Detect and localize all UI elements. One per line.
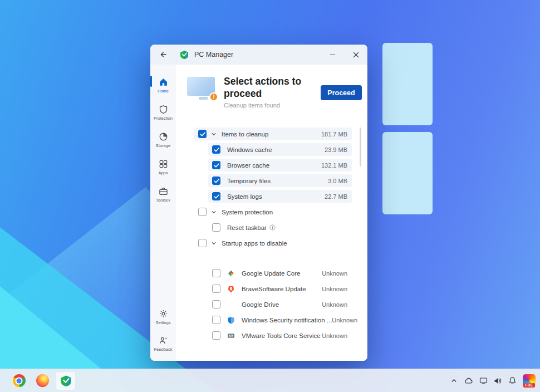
sidebar-item-label: Protection [154, 116, 173, 121]
sidebar-item-protection[interactable]: Protection [150, 100, 176, 125]
row-label: Google Drive [242, 301, 279, 308]
pc-manager-icon [60, 374, 72, 387]
info-icon[interactable] [269, 224, 276, 231]
free-badge: FRE [523, 383, 535, 388]
vmware-tools-checkbox[interactable] [212, 331, 220, 340]
google-update-core-checkbox[interactable] [212, 269, 220, 277]
row-value: Unknown [322, 332, 347, 339]
google-drive-checkbox[interactable] [212, 300, 220, 308]
temporary-files-row[interactable]: Temporary files 3.0 MB [208, 174, 352, 187]
chevron-down-icon[interactable] [211, 241, 217, 246]
row-size: 23.9 MB [325, 146, 347, 153]
feedback-person-icon [159, 336, 168, 345]
main-content: ! Select actions to proceed Cleanup item… [176, 65, 367, 361]
system-protection-checkbox[interactable] [198, 208, 207, 216]
row-label: System protection [222, 209, 273, 215]
tray-chevron-up-icon[interactable] [450, 377, 458, 384]
row-size: 22.7 MB [325, 193, 347, 200]
row-label: Windows Security notification ... [242, 317, 332, 324]
shield-icon [159, 105, 168, 114]
startup-app-row[interactable]: VMware Tools Core Service Unknown [208, 329, 352, 342]
chevron-down-icon[interactable] [211, 209, 217, 215]
startup-apps-row[interactable]: Startup apps to disable [194, 237, 352, 249]
storage-pie-icon [159, 132, 168, 141]
back-button[interactable] [155, 47, 171, 62]
titlebar[interactable]: PC Manager [150, 45, 367, 65]
monitor-stand [199, 97, 208, 100]
chrome-taskbar-button[interactable] [9, 371, 29, 390]
windows-security-checkbox[interactable] [212, 316, 220, 324]
row-label: Reset taskbar [227, 224, 267, 231]
desktop: PC Manager Home Protection Stor [0, 0, 540, 392]
row-value: Unknown [322, 286, 347, 292]
startup-apps-checkbox[interactable] [198, 239, 207, 247]
row-label: Windows cache [227, 146, 272, 153]
system-logs-checkbox[interactable] [212, 192, 220, 200]
row-label: Items to cleanup [222, 131, 268, 138]
items-to-cleanup-row[interactable]: Items to cleanup 181.7 MB [194, 128, 352, 140]
row-label: VMware Tools Core Service [242, 332, 321, 339]
browser-cache-row[interactable]: Browser cache 132.1 MB [208, 159, 352, 171]
sidebar-item-apps[interactable]: Apps [150, 154, 176, 180]
startup-app-row[interactable]: Google Drive Unknown [208, 298, 352, 311]
reset-taskbar-row[interactable]: Reset taskbar [208, 221, 352, 234]
taskbar: FRE [0, 369, 540, 392]
sidebar-item-label: Apps [158, 170, 168, 175]
pc-manager-window: PC Manager Home Protection Stor [150, 45, 367, 361]
sidebar-item-label: Toolbox [156, 198, 170, 203]
taskbar-app-icons [9, 369, 76, 392]
startup-app-row[interactable]: Google Update Core Unknown [208, 267, 352, 280]
sidebar-item-feedback[interactable]: Feedback [150, 331, 176, 356]
windows-cache-checkbox[interactable] [212, 145, 220, 154]
page-subtitle: Cleanup items found [224, 102, 280, 109]
items-to-cleanup-checkbox[interactable] [198, 130, 207, 138]
windows-security-icon [227, 316, 235, 324]
proceed-button[interactable]: Proceed [321, 85, 362, 100]
system-logs-row[interactable]: System logs 22.7 MB [208, 190, 352, 203]
sidebar-bottom-group: Settings Feedback [150, 303, 176, 356]
windows-cache-row[interactable]: Windows cache 23.9 MB [208, 143, 352, 156]
apps-grid-icon [159, 159, 168, 169]
row-label: Startup apps to disable [222, 240, 287, 247]
row-label: Google Update Core [242, 270, 300, 277]
bravesoftware-update-checkbox[interactable] [212, 285, 220, 293]
vmware-icon [227, 332, 235, 340]
system-protection-row[interactable]: System protection [194, 205, 352, 218]
page-title: Select actions to proceed [224, 76, 316, 100]
sidebar-item-label: Storage [156, 143, 170, 148]
home-icon [159, 77, 168, 87]
sidebar-item-storage[interactable]: Storage [150, 127, 176, 153]
sidebar-item-settings[interactable]: Settings [150, 304, 176, 330]
row-value: Unknown [322, 301, 347, 308]
notification-bell-icon[interactable] [508, 376, 517, 385]
volume-icon[interactable] [494, 377, 502, 385]
sidebar-item-home[interactable]: Home [150, 72, 176, 98]
pc-manager-taskbar-button[interactable] [56, 371, 76, 390]
minimize-icon [330, 52, 336, 58]
screenshot-tool-icon[interactable]: FRE [523, 374, 536, 387]
row-size: 132.1 MB [321, 162, 347, 169]
minimize-button[interactable] [321, 45, 344, 65]
startup-app-row[interactable]: Windows Security notification ... Unknow… [208, 313, 352, 326]
warning-badge: ! [209, 92, 218, 101]
reset-taskbar-checkbox[interactable] [212, 223, 220, 232]
gear-icon [159, 309, 168, 318]
pc-illustration: ! [187, 77, 219, 106]
firefox-taskbar-button[interactable] [32, 371, 52, 390]
close-icon [353, 52, 359, 58]
startup-app-row[interactable]: BraveSoftware Update Unknown [208, 282, 352, 295]
sidebar-item-label: Feedback [154, 347, 173, 352]
row-value: Unknown [322, 270, 347, 277]
close-button[interactable] [344, 45, 367, 65]
scrollbar[interactable] [360, 128, 361, 166]
display-icon[interactable] [479, 377, 488, 385]
sidebar-item-label: Settings [155, 320, 170, 325]
sidebar-item-label: Home [158, 89, 169, 94]
browser-cache-checkbox[interactable] [212, 161, 220, 169]
temporary-files-checkbox[interactable] [212, 177, 220, 185]
pc-manager-logo-icon [179, 50, 189, 60]
onedrive-cloud-icon[interactable] [464, 377, 473, 385]
sidebar-item-toolbox[interactable]: Toolbox [150, 182, 176, 207]
chevron-down-icon[interactable] [211, 131, 217, 137]
row-label: System logs [227, 193, 262, 200]
